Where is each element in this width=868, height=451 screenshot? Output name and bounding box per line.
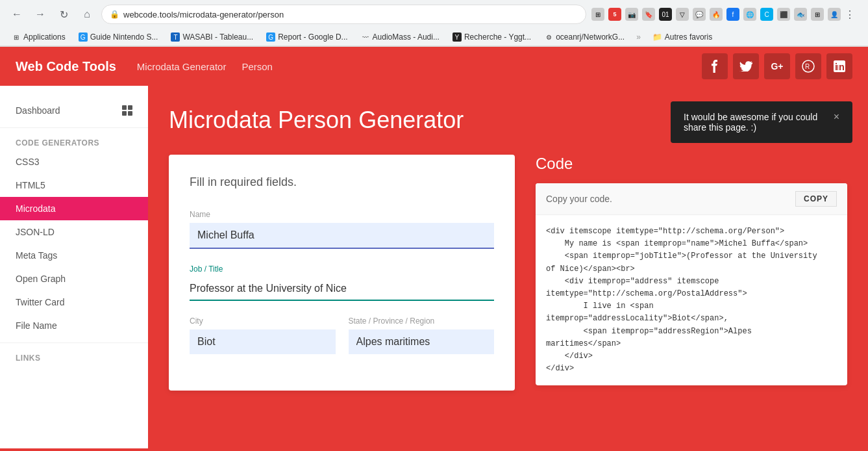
sidebar-divider <box>0 127 148 128</box>
bookmark-icon: Y <box>453 32 462 42</box>
bookmark-icon: T <box>171 32 180 42</box>
browser-toolbar: ← → ↻ ⌂ 🔒 webcode.tools/microdata-genera… <box>0 0 868 29</box>
bookmark-applications[interactable]: ⊞ Applications <box>8 31 69 43</box>
state-label: State / Province / Region <box>349 316 495 326</box>
form-card: Fill in required fields. Name Job / Titl… <box>169 155 515 391</box>
toast-message: It would be awesome if you could share t… <box>684 112 826 133</box>
social-icons: G+ R <box>702 53 852 79</box>
dashboard-label: Dashboard <box>16 105 60 116</box>
ext-icon-11[interactable]: C <box>760 8 773 21</box>
ext-icon-12[interactable]: ⬛ <box>777 8 790 21</box>
browser-chrome: ← → ↻ ⌂ 🔒 webcode.tools/microdata-genera… <box>0 0 868 47</box>
state-input[interactable] <box>349 329 495 354</box>
bookmark-report[interactable]: G Report - Google D... <box>262 31 351 43</box>
refresh-button[interactable]: ↻ <box>55 5 73 23</box>
name-input[interactable] <box>190 223 494 249</box>
bookmark-icon: 〰 <box>361 32 370 42</box>
app: Web Code Tools Microdata Generator Perso… <box>0 47 868 448</box>
code-card: Copy your code. COPY <div itemscope item… <box>536 183 847 385</box>
nav-links: Microdata Generator Person <box>137 61 273 72</box>
folder-icon: 📁 <box>652 32 662 42</box>
bookmark-wasabi[interactable]: T WASABI - Tableau... <box>167 31 257 43</box>
sidebar-item-meta-tags[interactable]: Meta Tags <box>0 244 148 267</box>
code-header: Copy your code. COPY <box>536 183 847 215</box>
sidebar-divider-2 <box>0 342 148 343</box>
copy-button[interactable]: COPY <box>795 191 837 207</box>
extensions-area: ⊞ 5 📷 🔖 01 ▽ 💬 🔥 f 🌐 C ⬛ 🐟 ⊞ 👤 ⋮ <box>591 8 860 21</box>
sidebar-item-jsonld[interactable]: JSON-LD <box>0 220 148 244</box>
ext-icon-14[interactable]: ⊞ <box>811 8 824 21</box>
facebook-share-button[interactable] <box>702 53 728 79</box>
sidebar-item-microdata[interactable]: Microdata <box>0 197 148 220</box>
address-bar[interactable]: 🔒 webcode.tools/microdata-generator/pers… <box>101 5 586 24</box>
forward-button[interactable]: → <box>31 5 49 23</box>
sidebar-item-css3[interactable]: CSS3 <box>0 150 148 174</box>
url-text: webcode.tools/microdata-generator/person <box>123 10 284 19</box>
form-group-state: State / Province / Region <box>349 316 495 354</box>
nav-microdata-generator[interactable]: Microdata Generator <box>137 61 227 72</box>
ext-icon-2[interactable]: 5 <box>608 8 621 21</box>
code-section: Code Copy your code. COPY <div itemscope… <box>536 155 847 391</box>
sidebar-item-dashboard[interactable]: Dashboard <box>0 99 148 122</box>
code-title: Code <box>536 155 847 173</box>
app-title: Web Code Tools <box>16 59 116 74</box>
more-options-icon[interactable]: ⋮ <box>845 8 855 21</box>
sidebar-item-twitter-card[interactable]: Twitter Card <box>0 290 148 314</box>
back-button[interactable]: ← <box>8 5 26 23</box>
name-label: Name <box>190 210 494 219</box>
twitter-share-button[interactable] <box>733 53 759 79</box>
bookmark-icon: ⚙ <box>544 32 553 42</box>
ext-icon-3[interactable]: 📷 <box>625 8 638 21</box>
bookmark-icon: G <box>266 32 275 42</box>
reddit-share-button[interactable]: R <box>795 53 821 79</box>
nav-person[interactable]: Person <box>242 61 273 72</box>
form-group-job: Job / Title <box>190 264 494 301</box>
dashboard-grid-icon <box>122 105 132 116</box>
copy-prompt: Copy your code. <box>546 194 612 204</box>
bookmarks-more: » <box>634 32 643 42</box>
city-label: City <box>190 316 336 326</box>
ext-icon-10[interactable]: 🌐 <box>743 8 756 21</box>
bookmark-nintendo[interactable]: G Guide Nintendo S... <box>75 31 162 43</box>
sidebar-item-file-name[interactable]: File Name <box>0 314 148 337</box>
job-label: Job / Title <box>190 264 494 274</box>
googleplus-share-button[interactable]: G+ <box>764 53 790 79</box>
sidebar-section-header-code: Code Generators <box>0 133 148 150</box>
bookmark-oceanrj[interactable]: ⚙ oceanrj/NetworkG... <box>540 31 628 43</box>
header-left: Web Code Tools Microdata Generator Perso… <box>16 59 273 74</box>
lock-icon: 🔒 <box>110 10 119 19</box>
sidebar-item-html5[interactable]: HTML5 <box>0 174 148 197</box>
share-toast: It would be awesome if you could share t… <box>671 101 852 143</box>
bookmark-audiomass[interactable]: 〰 AudioMass - Audi... <box>357 31 443 43</box>
form-group-name: Name <box>190 210 494 249</box>
form-row-location: City State / Province / Region <box>190 316 494 370</box>
job-input[interactable] <box>190 277 494 301</box>
top-header: Web Code Tools Microdata Generator Perso… <box>0 47 868 86</box>
ext-icon-15[interactable]: 👤 <box>828 8 841 21</box>
bookmarks-bar: ⊞ Applications G Guide Nintendo S... T W… <box>0 29 868 46</box>
bookmark-icon: G <box>79 32 88 42</box>
content-grid: Fill in required fields. Name Job / Titl… <box>169 155 847 391</box>
ext-icon-13[interactable]: 🐟 <box>794 8 807 21</box>
svg-text:R: R <box>805 63 810 70</box>
bookmark-icon: ⊞ <box>12 32 21 42</box>
ext-icon-6[interactable]: ▽ <box>676 8 689 21</box>
sidebar-section-header-links: Links <box>0 348 148 365</box>
code-output: <div itemscope itemtype="http://schema.o… <box>536 215 847 385</box>
main-content: Dashboard Code Generators CSS3 HTML5 Mic… <box>0 86 868 448</box>
home-button[interactable]: ⌂ <box>78 5 96 23</box>
bookmark-recherche[interactable]: Y Recherche - Yggt... <box>449 31 535 43</box>
city-input[interactable] <box>190 329 336 354</box>
form-group-city: City <box>190 316 336 354</box>
ext-icon-8[interactable]: 🔥 <box>710 8 723 21</box>
ext-icon-7[interactable]: 💬 <box>693 8 706 21</box>
ext-icon-4[interactable]: 🔖 <box>642 8 655 21</box>
ext-icon-5[interactable]: 01 <box>659 8 672 21</box>
ext-icon-1[interactable]: ⊞ <box>591 8 604 21</box>
ext-icon-9[interactable]: f <box>726 8 739 21</box>
form-subtitle: Fill in required fields. <box>190 175 494 189</box>
linkedin-share-button[interactable] <box>826 53 852 79</box>
toast-close-button[interactable]: × <box>834 112 839 122</box>
bookmark-autres[interactable]: 📁 Autres favoris <box>649 31 716 43</box>
sidebar-item-open-graph[interactable]: Open Graph <box>0 267 148 290</box>
